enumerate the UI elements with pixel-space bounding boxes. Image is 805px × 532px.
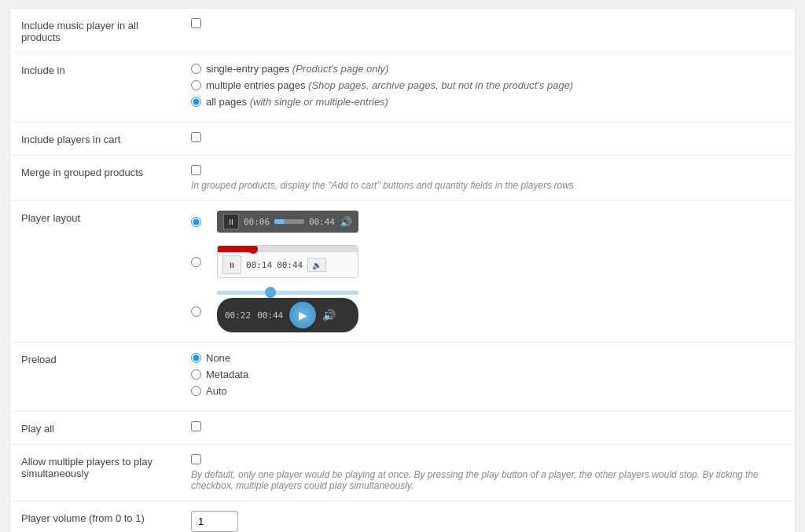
player-layout-row-3: 00:22 00:44 ▶ 🔊 <box>191 291 784 332</box>
radio-text-single-entry: single-entry pages <box>206 63 289 75</box>
label-include-in: Include in <box>10 53 183 123</box>
radio-label-multiple-entries[interactable]: multiple entries pages (Shop pages, arch… <box>191 79 784 91</box>
row-allow-multiple: Allow multiple players to play simultane… <box>10 445 795 501</box>
player-preview-2: ⏸ 00:14 00:44 🔉 <box>217 245 358 278</box>
radio-label-none[interactable]: None <box>191 352 784 364</box>
cell-player-volume: 1 <box>183 501 795 533</box>
player-layout-options: ⏸ 00:06 00:44 🔊 <box>191 211 784 332</box>
radio-all-pages[interactable] <box>191 97 201 107</box>
radio-player-layout-2[interactable] <box>191 257 201 267</box>
player-layout-row-1: ⏸ 00:06 00:44 🔊 <box>191 211 784 233</box>
player3-total: 00:44 <box>257 310 283 321</box>
player3-volume-icon[interactable]: 🔊 <box>322 309 336 321</box>
player3-progress-thumb <box>265 287 276 298</box>
player2-pause-btn[interactable]: ⏸ <box>222 255 241 274</box>
radio-group-preload: None Metadata Auto <box>191 352 784 397</box>
label-allow-multiple: Allow multiple players to play simultane… <box>10 445 183 501</box>
input-player-volume[interactable]: 1 <box>191 511 238 532</box>
player-preview-1: ⏸ 00:06 00:44 🔊 <box>217 211 358 233</box>
player3-elapsed: 00:22 <box>225 310 251 321</box>
player3-play-btn[interactable]: ▶ <box>289 302 316 328</box>
radio-label-auto[interactable]: Auto <box>191 385 784 397</box>
radio-text-multiple-entries: multiple entries pages <box>206 79 305 91</box>
checkbox-include-music-player[interactable] <box>191 18 201 28</box>
label-player-layout: Player layout <box>10 201 183 343</box>
radio-player-layout-3[interactable] <box>191 306 201 317</box>
player2-controls: ⏸ 00:14 00:44 🔉 <box>218 252 358 277</box>
cell-play-all <box>183 412 795 445</box>
label-play-all: Play all <box>10 412 183 445</box>
label-preload: Preload <box>10 343 183 412</box>
player3-controls: 00:22 00:44 ▶ 🔊 <box>217 298 358 332</box>
player1-pause-btn[interactable]: ⏸ <box>223 214 239 229</box>
player2-progress-bar[interactable] <box>218 246 358 252</box>
checkbox-label-merge-grouped[interactable] <box>191 165 784 175</box>
label-include-music-player: Include music player in all products <box>10 9 183 53</box>
checkbox-allow-multiple[interactable] <box>191 454 201 464</box>
player2-volume-btn[interactable]: 🔉 <box>307 258 326 272</box>
radio-label-metadata[interactable]: Metadata <box>191 369 784 380</box>
cell-include-players-cart <box>183 123 795 156</box>
row-player-layout: Player layout ⏸ 00:06 <box>10 201 795 343</box>
radio-text-metadata: Metadata <box>206 369 248 380</box>
radio-italic-single-entry: (Product's page only) <box>292 63 388 75</box>
checkbox-include-players-cart[interactable] <box>191 132 201 142</box>
cell-player-layout: ⏸ 00:06 00:44 🔊 <box>183 201 795 343</box>
player1-progress-fill <box>274 219 285 224</box>
row-include-in: Include in single-entry pages (Product's… <box>10 53 795 123</box>
player-layout-row-2: ⏸ 00:14 00:44 🔉 <box>191 245 784 278</box>
row-play-all: Play all <box>10 412 795 445</box>
cell-include-music-player <box>183 9 795 53</box>
radio-player-layout-1[interactable] <box>191 217 201 227</box>
hint-merge-grouped: In grouped products, display the "Add to… <box>191 180 784 191</box>
radio-text-auto: Auto <box>206 385 227 397</box>
player1-volume-icon[interactable]: 🔊 <box>340 216 352 228</box>
hint-allow-multiple: By default, only one player would be pla… <box>191 469 784 491</box>
cell-merge-grouped: In grouped products, display the "Add to… <box>183 156 795 201</box>
radio-label-single-entry[interactable]: single-entry pages (Product's page only) <box>191 63 784 75</box>
radio-italic-all-pages: (with single or multiple-entries) <box>250 96 388 108</box>
checkbox-merge-grouped[interactable] <box>191 165 201 175</box>
player1-elapsed: 00:06 <box>244 217 270 227</box>
cell-include-in: single-entry pages (Product's page only)… <box>183 53 795 123</box>
cell-allow-multiple: By default, only one player would be pla… <box>183 445 795 501</box>
row-include-players-cart: Include players in cart <box>10 123 795 156</box>
checkbox-play-all[interactable] <box>191 421 201 431</box>
radio-multiple-entries[interactable] <box>191 80 201 90</box>
checkbox-label-allow-multiple[interactable] <box>191 454 784 464</box>
player2-elapsed: 00:14 <box>246 260 272 270</box>
label-include-players-cart: Include players in cart <box>10 123 183 156</box>
player3-progress-bar[interactable] <box>217 291 358 295</box>
cell-preload: None Metadata Auto <box>183 343 795 412</box>
radio-text-none: None <box>206 352 230 364</box>
row-include-music-player: Include music player in all products <box>10 9 795 53</box>
row-preload: Preload None Metadata Auto <box>10 343 795 412</box>
player-preview-3: 00:22 00:44 ▶ 🔊 <box>217 291 358 332</box>
radio-preload-none[interactable] <box>191 353 201 363</box>
player1-total: 00:44 <box>309 217 335 227</box>
label-player-volume: Player volume (from 0 to 1) <box>10 501 183 533</box>
radio-italic-multiple-entries: (Shop pages, archive pages, but not in t… <box>308 79 573 91</box>
row-player-volume: Player volume (from 0 to 1) 1 <box>10 501 795 533</box>
player1-progress-bar[interactable] <box>274 219 304 224</box>
radio-label-all-pages[interactable]: all pages (with single or multiple-entri… <box>191 96 784 108</box>
settings-table: Include music player in all products Inc… <box>10 9 795 532</box>
radio-single-entry[interactable] <box>191 64 201 74</box>
row-merge-grouped: Merge in grouped products In grouped pro… <box>10 156 795 201</box>
radio-text-all-pages: all pages <box>206 96 247 108</box>
radio-preload-metadata[interactable] <box>191 369 201 380</box>
radio-preload-auto[interactable] <box>191 386 201 396</box>
radio-group-include-in: single-entry pages (Product's page only)… <box>191 63 784 108</box>
player2-total: 00:44 <box>277 260 303 270</box>
settings-panel: Include music player in all products Inc… <box>9 8 796 532</box>
label-merge-grouped: Merge in grouped products <box>10 156 183 201</box>
